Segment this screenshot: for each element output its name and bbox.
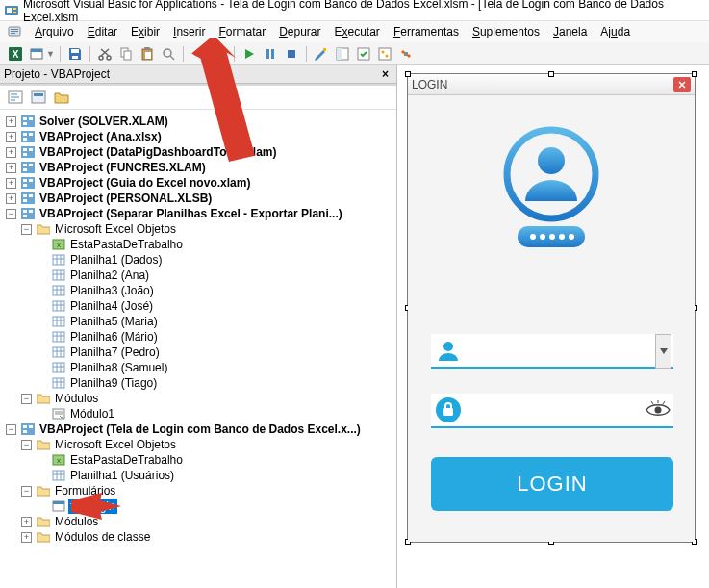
eye-icon[interactable] <box>643 400 673 420</box>
userform-titlebar[interactable]: LOGIN <box>408 74 695 95</box>
worksheet-icon <box>52 285 65 296</box>
expand-icon[interactable]: + <box>6 163 16 173</box>
tree-item[interactable]: Planilha1 (Dados) <box>68 252 164 268</box>
password-field[interactable] <box>431 394 673 428</box>
properties-icon[interactable] <box>354 44 373 64</box>
menu-editar[interactable]: Editar <box>82 23 123 40</box>
form-designer-area[interactable]: LOGIN LOGIN <box>397 65 709 588</box>
collapse-icon[interactable]: − <box>6 424 16 435</box>
username-field[interactable] <box>431 334 673 369</box>
excel-icon[interactable]: X <box>6 44 25 64</box>
tree-item[interactable]: Planilha8 (Samuel) <box>68 360 169 375</box>
tree-item[interactable]: Planilha7 (Pedro) <box>68 345 162 360</box>
copy-icon[interactable] <box>116 44 136 64</box>
folder-icon <box>37 531 50 543</box>
tree-item[interactable]: Módulos <box>53 514 100 529</box>
close-icon[interactable] <box>673 77 691 92</box>
userform-body[interactable]: LOGIN <box>408 95 695 542</box>
collapse-icon[interactable]: − <box>21 394 32 404</box>
undo-icon[interactable] <box>189 44 208 64</box>
project-icon <box>21 177 35 189</box>
system-menu-icon[interactable] <box>8 25 21 38</box>
project-explorer-icon[interactable] <box>333 44 352 64</box>
menu-executar[interactable]: Executar <box>329 23 386 40</box>
tree-item[interactable]: EstaPastaDeTrabalho <box>68 452 185 468</box>
menu-ajuda[interactable]: Ajuda <box>595 23 636 40</box>
menu-arquivo[interactable]: Arquivo <box>29 23 80 40</box>
collapse-icon[interactable]: − <box>6 209 16 219</box>
save-icon[interactable] <box>65 44 85 64</box>
tree-item[interactable]: VBAProject (FUNCRES.XLAM) <box>38 160 208 175</box>
folder-toggle-icon[interactable] <box>52 89 71 106</box>
menu-exibir[interactable]: Exibir <box>125 23 165 40</box>
tree-item[interactable]: Formulários <box>53 483 117 499</box>
resize-handle[interactable] <box>692 71 697 77</box>
tree-item[interactable]: Planilha1 (Usuários) <box>68 468 176 483</box>
tree-item[interactable]: Módulos <box>53 391 100 406</box>
tree-item[interactable]: Planilha9 (Tiago) <box>68 375 159 391</box>
toolbar-separator <box>306 46 307 62</box>
menu-suplementos[interactable]: Suplementos <box>467 23 545 40</box>
tree-item[interactable]: Planilha2 (Ana) <box>68 268 151 283</box>
svg-rect-3 <box>13 12 16 13</box>
tree-item[interactable]: Planilha5 (Maria) <box>68 314 160 329</box>
collapse-icon[interactable]: − <box>21 486 32 497</box>
view-icon[interactable] <box>27 44 46 64</box>
pause-icon[interactable] <box>261 44 280 64</box>
collapse-icon[interactable]: − <box>21 440 32 450</box>
svg-line-134 <box>651 401 653 404</box>
tree-item[interactable]: VBAProject (PERSONAL.XLSB) <box>38 191 214 206</box>
resize-handle[interactable] <box>548 71 554 77</box>
tree-item[interactable]: Microsoft Excel Objetos <box>53 221 178 237</box>
menu-janela[interactable]: Janela <box>547 23 593 40</box>
expand-icon[interactable]: + <box>21 532 32 543</box>
tree-item[interactable]: Planilha6 (Mário) <box>68 329 160 345</box>
svg-rect-39 <box>34 93 43 96</box>
expand-icon[interactable]: + <box>6 147 16 158</box>
menu-ferramentas[interactable]: Ferramentas <box>388 23 465 40</box>
tree-item[interactable]: VBAProject (DataPigDashboardTools.xlam) <box>38 144 279 160</box>
collapse-icon[interactable]: − <box>21 224 32 235</box>
expand-icon[interactable]: + <box>6 132 16 142</box>
expand-icon[interactable]: + <box>6 193 16 204</box>
object-browser-icon[interactable] <box>375 44 394 64</box>
run-icon[interactable] <box>240 44 259 64</box>
cut-icon[interactable] <box>95 44 114 64</box>
username-dropdown-button[interactable] <box>655 334 671 369</box>
menu-formatar[interactable]: Formatar <box>213 23 271 40</box>
close-button[interactable]: × <box>378 67 392 81</box>
svg-point-14 <box>99 56 103 60</box>
tree-item[interactable]: Solver (SOLVER.XLAM) <box>38 114 170 129</box>
paste-icon[interactable] <box>138 44 157 64</box>
tree-item[interactable]: Planilha3 (João) <box>68 283 156 298</box>
expand-icon[interactable]: + <box>6 178 16 189</box>
tree-item[interactable]: Microsoft Excel Objetos <box>53 437 178 452</box>
project-icon <box>21 162 35 173</box>
userform-window[interactable]: LOGIN LOGIN <box>407 73 696 543</box>
design-mode-icon[interactable] <box>312 44 331 64</box>
project-tree[interactable]: +Solver (SOLVER.XLAM) +VBAProject (Ana.x… <box>0 110 396 588</box>
resize-handle[interactable] <box>405 71 411 77</box>
menu-depurar[interactable]: Depurar <box>273 23 326 40</box>
menu-inserir[interactable]: Inserir <box>167 23 211 40</box>
expand-icon[interactable]: + <box>6 116 16 127</box>
dropdown-arrow-icon[interactable]: ▼ <box>46 49 55 59</box>
tree-item[interactable]: VBAProject (Ana.xlsx) <box>38 129 164 144</box>
tree-item[interactable]: EstaPastaDeTrabalho <box>68 237 185 252</box>
tree-item[interactable]: VBAProject (Tela de Login com Banco de D… <box>38 422 363 437</box>
tree-item[interactable]: VBAProject (Separar Planilhas Excel - Ex… <box>38 206 344 221</box>
svg-rect-82 <box>53 301 64 311</box>
expand-icon[interactable]: + <box>21 517 32 527</box>
view-object-icon[interactable] <box>29 89 48 106</box>
tree-item[interactable]: VBAProject (Guia do Excel novo.xlam) <box>38 175 252 191</box>
view-code-icon[interactable] <box>6 89 25 106</box>
tree-item[interactable]: Módulo1 <box>68 406 116 422</box>
find-icon[interactable] <box>159 44 178 64</box>
login-button[interactable]: LOGIN <box>431 457 673 511</box>
tree-item[interactable]: Planilha4 (José) <box>68 298 155 314</box>
stop-icon[interactable] <box>282 44 301 64</box>
toolbox-icon[interactable] <box>396 44 416 64</box>
redo-icon[interactable] <box>210 44 229 64</box>
tree-item[interactable]: Módulos de classe <box>53 529 152 545</box>
tree-item-selected[interactable]: frmLogin <box>68 499 117 514</box>
